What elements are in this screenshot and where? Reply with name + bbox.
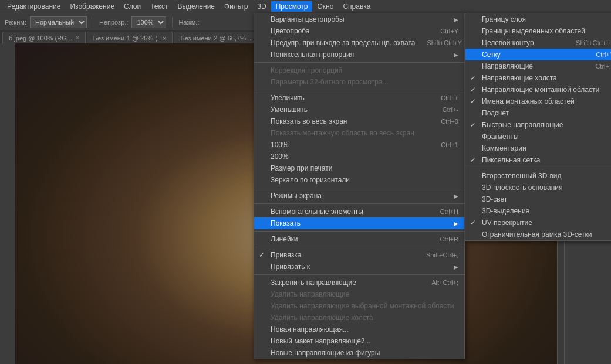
submenu-item-target-path[interactable]: Целевой контур Shift+Ctrl+H — [465, 37, 611, 49]
menu-label-new-guide: Новая направляющая... — [271, 325, 349, 334]
submenu-item-selection-edges[interactable]: Границы выделенных областей — [465, 25, 611, 37]
shortcut-gamut-warning: Shift+Ctrl+Y — [427, 39, 462, 46]
menu-label-fit-artboard: Показать монтажную область во весь экран — [271, 129, 414, 137]
submenu-label-selection-edges: Границы выделенных областей — [482, 27, 585, 35]
menu-item-zoom-in[interactable]: Увеличить Ctrl++ — [254, 92, 464, 104]
menu-label-zoom-out: Уменьшить — [271, 106, 308, 114]
tab-0[interactable]: б.jpeg @ 100% (RG... × — [2, 32, 86, 43]
arrow-icon-snap-to: ▶ — [454, 264, 458, 270]
menu-item-print-size[interactable]: Размер при печати — [254, 162, 464, 174]
menu-item-100[interactable]: 100% Ctrl+1 — [254, 139, 464, 151]
menu-label-snap-to: Привязать к — [271, 263, 310, 271]
submenu-shortcut-grid: Ctrl+' — [596, 51, 611, 58]
menu-label-color-proof-variants: Варианты цветопробы — [271, 15, 345, 23]
submenu-label-uv-overlay: UV-перекрытие — [482, 219, 532, 227]
tab-0-close[interactable]: × — [76, 35, 79, 41]
mode-select[interactable]: Нормальный — [30, 16, 87, 28]
menubar-item-edit[interactable]: Редактирование — [2, 1, 65, 12]
opacity-select[interactable]: 100% — [131, 16, 166, 28]
menu-item-snap[interactable]: ✓ Привязка Shift+Ctrl+; — [254, 249, 464, 261]
check-pixel-grid: ✓ — [470, 156, 476, 164]
menu-item-new-guide-layout[interactable]: Новый макет направляющей... — [254, 335, 464, 347]
tab-1-label: Без имени-1 @ 25% (.. × — [93, 35, 167, 42]
menu-item-guides-from-shape[interactable]: Новые направляющие из фигуры — [254, 347, 464, 359]
menu-item-200[interactable]: 200% — [254, 151, 464, 162]
submenu-label-3d-ground-plane: 3D-плоскость основания — [482, 183, 563, 192]
menu-item-rulers[interactable]: Линейки Ctrl+R — [254, 233, 464, 245]
mode-label: Режим: — [5, 19, 26, 26]
shortcut-100: Ctrl+1 — [441, 141, 458, 148]
submenu-item-3d-light[interactable]: 3D-свет — [465, 193, 611, 205]
check-artboard-names: ✓ — [470, 97, 476, 106]
arrow-icon-pixel-aspect: ▶ — [454, 52, 458, 58]
separator-7 — [254, 274, 464, 275]
submenu-item-3d-secondary[interactable]: Второстепенный 3D-вид — [465, 170, 611, 182]
menu-item-clear-guides: Удалить направляющие — [254, 288, 464, 300]
submenu-item-canvas-guides[interactable]: ✓ Направляющие холста — [465, 72, 611, 84]
submenu-item-count[interactable]: Подсчет — [465, 107, 611, 119]
submenu-label-notes: Комментарии — [482, 144, 526, 152]
menubar-item-3d[interactable]: 3D — [252, 1, 271, 12]
menu-label-lock-guides: Закрепить направляющие — [271, 278, 356, 287]
menu-label-100: 100% — [271, 141, 289, 149]
separator-5 — [254, 231, 464, 232]
submenu-label-3d-light: 3D-свет — [482, 195, 507, 203]
check-artboard-guides: ✓ — [470, 86, 476, 94]
menu-label-correct-ratio: Коррекция пропорций — [271, 66, 342, 74]
menubar-item-window[interactable]: Окно — [312, 1, 338, 12]
separator-1 — [254, 62, 464, 63]
submenu-shortcut-guides: Ctrl+; — [595, 63, 611, 70]
shortcut-zoom-in: Ctrl++ — [441, 94, 458, 101]
menu-label-rulers: Линейки — [271, 235, 298, 243]
separator-4 — [254, 203, 464, 204]
menu-item-new-guide[interactable]: Новая направляющая... — [254, 324, 464, 335]
submenu-item-slices[interactable]: Фрагменты — [465, 131, 611, 142]
toolbar-divider-1 — [93, 17, 93, 28]
submenu-item-layer-boundary[interactable]: Границу слоя — [465, 13, 611, 25]
tab-1[interactable]: Без имени-1 @ 25% (.. × — [87, 32, 173, 43]
menu-item-clear-canvas-guides: Удалить направляющие холста — [254, 312, 464, 324]
menu-item-gamut-warning[interactable]: Предупр. при выходе за пределы цв. охват… — [254, 37, 464, 49]
tab-2[interactable]: Без имени-2 @ 66,7%... × — [174, 32, 265, 43]
submenu-item-grid[interactable]: Сетку Ctrl+' — [465, 49, 611, 60]
menu-label-gamut-warning: Предупр. при выходе за пределы цв. охват… — [271, 39, 416, 47]
menu-item-screen-modes[interactable]: Режимы экрана ▶ — [254, 190, 464, 202]
menu-item-extras[interactable]: Вспомогательные элементы Ctrl+H — [254, 206, 464, 217]
menubar-item-filter[interactable]: Фильтр — [220, 1, 252, 12]
menu-item-show[interactable]: Показать ▶ — [254, 217, 464, 229]
menu-item-color-proof[interactable]: Цветопроба Ctrl+Y — [254, 25, 464, 37]
menu-item-zoom-out[interactable]: Уменьшить Ctrl+- — [254, 104, 464, 115]
menu-item-pixel-aspect[interactable]: Попиксельная пропорция ▶ — [254, 49, 464, 60]
check-snap: ✓ — [259, 251, 265, 259]
menubar-item-layers[interactable]: Слои — [119, 1, 146, 12]
shortcut-fit-screen: Ctrl+0 — [441, 118, 458, 125]
shortcut-extras: Ctrl+H — [440, 208, 458, 215]
shortcut-rulers: Ctrl+R — [440, 236, 458, 243]
menu-item-color-proof-variants[interactable]: Варианты цветопробы ▶ — [254, 13, 464, 25]
menu-label-show: Показать — [271, 219, 301, 227]
submenu-item-guides[interactable]: Направляющие Ctrl+; — [465, 60, 611, 72]
submenu-item-pixel-grid[interactable]: ✓ Пиксельная сетка — [465, 154, 611, 166]
menu-item-lock-guides[interactable]: Закрепить направляющие Alt+Ctrl+; — [254, 277, 464, 288]
menu-item-fit-screen[interactable]: Показать во весь экран Ctrl+0 — [254, 115, 464, 127]
show-submenu-dropdown: Границу слоя Границы выделенных областей… — [465, 13, 611, 241]
fill-label: Нажм.: — [178, 19, 199, 26]
menubar-item-image[interactable]: Изображение — [65, 1, 119, 12]
submenu-label-smart-guides: Быстрые направляющие — [482, 121, 563, 129]
submenu-item-uv-overlay[interactable]: ✓ UV-перекрытие — [465, 217, 611, 229]
submenu-item-smart-guides[interactable]: ✓ Быстрые направляющие — [465, 119, 611, 131]
submenu-item-notes[interactable]: Комментарии — [465, 142, 611, 154]
menubar-item-text[interactable]: Текст — [146, 1, 173, 12]
tab-2-label: Без имени-2 @ 66,7%... — [180, 35, 251, 42]
menubar-item-help[interactable]: Справка — [338, 1, 375, 12]
submenu-item-3d-selection[interactable]: 3D-выделение — [465, 205, 611, 217]
submenu-item-3d-mesh-boundary[interactable]: Ограничительная рамка 3D-сетки — [465, 229, 611, 240]
submenu-item-3d-ground-plane[interactable]: 3D-плоскость основания — [465, 182, 611, 193]
menu-label-pixel-aspect: Попиксельная пропорция — [271, 50, 354, 59]
submenu-item-artboard-names[interactable]: ✓ Имена монтажных областей — [465, 96, 611, 107]
menubar-item-select[interactable]: Выделение — [173, 1, 220, 12]
submenu-item-artboard-guides[interactable]: ✓ Направляющие монтажной области — [465, 84, 611, 96]
menu-item-flip-horizontal[interactable]: Зеркало по горизонтали — [254, 174, 464, 186]
menu-item-snap-to[interactable]: Привязать к ▶ — [254, 261, 464, 273]
menubar-item-view[interactable]: Просмотр — [271, 1, 313, 12]
